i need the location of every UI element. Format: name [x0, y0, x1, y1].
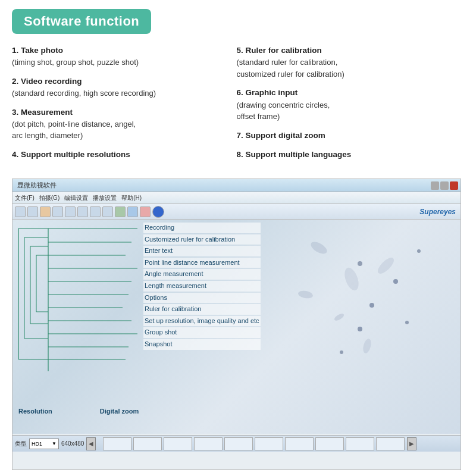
- close-btn[interactable]: [450, 181, 458, 190]
- icon-btn-1[interactable]: [15, 206, 26, 217]
- feature-1: 1. Take photo(timing shot, group shot, p…: [12, 45, 237, 68]
- app-feature-label-11: Snapshot: [143, 339, 261, 350]
- icon-btn-8[interactable]: [102, 206, 113, 217]
- minimize-btn[interactable]: [431, 181, 439, 190]
- feature-labels: RecordingCustomized ruler for calibratio…: [143, 223, 261, 350]
- win-statusbar: 类型 HD1 ▼ 640x480 ◀: [12, 435, 461, 452]
- feature-7-title: 7. Support digital zoom: [237, 130, 462, 142]
- app-feature-label-9: Set up resolution, image quality and etc: [143, 316, 261, 327]
- app-feature-label-6: Length measurement: [143, 281, 261, 292]
- icon-btn-3[interactable]: [40, 206, 51, 217]
- status-dropdown[interactable]: HD1 ▼: [29, 439, 59, 449]
- icon-btn-5[interactable]: [65, 206, 76, 217]
- menu-file[interactable]: 文件(F): [15, 194, 35, 202]
- app-feature-label-10: Group shot: [143, 327, 261, 338]
- thumb-1[interactable]: [103, 437, 131, 450]
- header-badge: Software function: [12, 9, 151, 34]
- feature-2-title: 2. Video recording: [12, 76, 237, 87]
- icon-btn-11[interactable]: [140, 206, 151, 217]
- thumb-6[interactable]: [255, 437, 283, 450]
- screenshot-area: 显微助视软件 文件(F) 拍摄(G) 编辑设置 播放设置 帮助(H): [12, 178, 461, 470]
- thumb-4[interactable]: [194, 437, 223, 450]
- features-col-left: 1. Take photo(timing shot, group shot, p…: [12, 45, 237, 168]
- icon-btn-2[interactable]: [27, 206, 38, 217]
- app-feature-label-3: Enter text: [143, 246, 261, 256]
- app-feature-label-4: Point line distance measurement: [143, 258, 261, 268]
- features-grid: 1. Take photo(timing shot, group shot, p…: [12, 45, 461, 168]
- menu-capture[interactable]: 拍摄(G): [39, 194, 59, 202]
- feature-1-title: 1. Take photo: [12, 45, 237, 57]
- icon-btn-10[interactable]: [127, 206, 138, 217]
- menu-play[interactable]: 播放设置: [93, 194, 117, 202]
- feature-6-desc: (drawing concentric circles,offset frame…: [237, 99, 462, 123]
- bottom-labels: Resolution Digital zoom: [18, 408, 139, 415]
- resolution-label: Resolution: [18, 408, 52, 415]
- feature-5: 5. Ruler for calibration(standard ruler …: [237, 45, 462, 80]
- features-col-right: 5. Ruler for calibration(standard ruler …: [237, 45, 462, 168]
- dropdown-value: HD1: [32, 441, 42, 447]
- page-wrapper: Software function 1. Take photo(timing s…: [0, 0, 473, 476]
- maximize-btn[interactable]: [440, 181, 449, 190]
- feature-3-title: 3. Measurement: [12, 107, 237, 118]
- menu-help[interactable]: 帮助(H): [121, 194, 142, 202]
- size-label: 640x480: [61, 440, 84, 447]
- app-feature-label-5: Angle measurement: [143, 269, 261, 280]
- feature-1-desc: (timing shot, group shot, puzzle shot): [12, 57, 237, 68]
- feature-5-desc: (standard ruler for calibration,customiz…: [237, 57, 462, 80]
- feature-6-title: 6. Graphic input: [237, 87, 462, 99]
- menu-edit[interactable]: 编辑设置: [64, 194, 88, 202]
- feature-2-desc: (standard recording, high score recordin…: [12, 87, 237, 99]
- win-controls: [431, 181, 458, 190]
- win-iconbar: Supereyes: [12, 204, 461, 220]
- thumb-10[interactable]: [376, 437, 405, 450]
- badge-text: Software function: [24, 14, 139, 29]
- feature-4: 4. Support multiple resolutions: [12, 149, 237, 161]
- app-feature-label-1: Recording: [143, 223, 261, 233]
- feature-7: 7. Support digital zoom: [237, 130, 462, 142]
- thumb-7[interactable]: [285, 437, 314, 450]
- dropdown-arrow: ▼: [52, 441, 57, 446]
- brand-label: Supereyes: [419, 208, 456, 216]
- feature-8-title: 8. Support multiple languages: [237, 149, 462, 161]
- feature-6: 6. Graphic input(drawing concentric circ…: [237, 87, 462, 122]
- thumb-5[interactable]: [224, 437, 253, 450]
- thumb-2[interactable]: [133, 437, 162, 450]
- prev-btn[interactable]: ◀: [86, 437, 96, 450]
- feature-3: 3. Measurement(dot pitch, point-line dis…: [12, 107, 237, 142]
- thumb-strip: [103, 437, 405, 450]
- thumb-9[interactable]: [346, 437, 374, 450]
- win-titlebar: 显微助视软件: [12, 179, 461, 192]
- next-btn[interactable]: ▶: [407, 437, 416, 450]
- icon-btn-4[interactable]: [52, 206, 63, 217]
- icon-btn-9[interactable]: [115, 206, 126, 217]
- icon-btn-12[interactable]: [152, 206, 164, 218]
- app-feature-label-2: Customized ruler for calibration: [143, 234, 261, 245]
- thumb-3[interactable]: [164, 437, 192, 450]
- win-menu-toolbar: 文件(F) 拍摄(G) 编辑设置 播放设置 帮助(H): [12, 192, 461, 204]
- win-title: 显微助视软件: [17, 181, 57, 190]
- feature-5-title: 5. Ruler for calibration: [237, 45, 462, 57]
- app-feature-label-7: Options: [143, 293, 261, 303]
- microscope-bg: RecordingCustomized ruler for calibratio…: [12, 220, 461, 434]
- feature-3-desc: (dot pitch, point-line distance, angel,a…: [12, 118, 237, 142]
- feature-4-title: 4. Support multiple resolutions: [12, 149, 237, 161]
- digital-zoom-label: Digital zoom: [100, 408, 139, 415]
- type-label: 类型: [15, 440, 27, 448]
- icon-btn-7[interactable]: [90, 206, 101, 217]
- app-feature-label-8: Ruler for calibration: [143, 304, 261, 315]
- thumb-8[interactable]: [315, 437, 344, 450]
- icon-btn-6[interactable]: [77, 206, 88, 217]
- feature-2: 2. Video recording(standard recording, h…: [12, 76, 237, 99]
- feature-8: 8. Support multiple languages: [237, 149, 462, 161]
- iconbar-left: [15, 206, 164, 218]
